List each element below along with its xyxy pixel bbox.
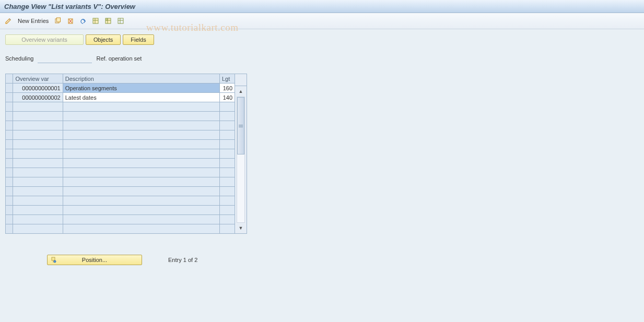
row-selector[interactable] — [6, 177, 13, 187]
cell-overview-var[interactable] — [13, 206, 63, 215]
cell-lgt[interactable] — [219, 140, 235, 149]
table-row[interactable] — [6, 102, 235, 112]
table-row[interactable] — [6, 177, 235, 187]
scroll-down-icon[interactable]: ▼ — [237, 224, 245, 232]
row-selector[interactable] — [6, 224, 13, 234]
cell-lgt[interactable]: 140 — [219, 93, 235, 102]
table-row[interactable] — [6, 224, 235, 234]
row-selector[interactable] — [6, 84, 13, 93]
cell-description[interactable] — [63, 112, 219, 121]
grid-corner-cell[interactable] — [6, 74, 13, 84]
overview-grid[interactable]: Overview var Description Lgt 00000000000… — [5, 74, 235, 234]
cell-overview-var[interactable] — [13, 168, 63, 177]
cell-lgt[interactable] — [219, 177, 235, 187]
cell-lgt[interactable] — [219, 196, 235, 206]
cell-lgt[interactable] — [219, 168, 235, 177]
table-row[interactable] — [6, 159, 235, 168]
cell-overview-var[interactable] — [13, 196, 63, 206]
col-description[interactable]: Description — [63, 74, 219, 84]
cell-overview-var[interactable] — [13, 112, 63, 121]
new-entries-button[interactable]: New Entries — [16, 16, 51, 26]
table-row[interactable] — [6, 112, 235, 121]
row-selector[interactable] — [6, 187, 13, 196]
cell-description[interactable] — [63, 177, 219, 187]
cell-lgt[interactable] — [219, 159, 235, 168]
cell-lgt[interactable] — [219, 215, 235, 224]
edit-icon[interactable] — [3, 16, 14, 26]
select-block-icon[interactable] — [103, 16, 113, 26]
deselect-all-icon[interactable] — [115, 16, 126, 26]
delete-icon[interactable] — [65, 16, 76, 26]
cell-lgt[interactable] — [219, 149, 235, 159]
row-selector[interactable] — [6, 215, 13, 224]
table-row[interactable] — [6, 187, 235, 196]
cell-lgt[interactable] — [219, 224, 235, 234]
table-row[interactable] — [6, 215, 235, 224]
undo-icon[interactable] — [78, 16, 88, 26]
row-selector[interactable] — [6, 206, 13, 215]
cell-overview-var[interactable] — [13, 215, 63, 224]
cell-overview-var[interactable] — [13, 121, 63, 130]
cell-overview-var[interactable] — [13, 102, 63, 112]
cell-description[interactable] — [63, 149, 219, 159]
cell-overview-var[interactable] — [13, 224, 63, 234]
tab-objects[interactable]: Objects — [86, 34, 121, 45]
cell-description[interactable] — [63, 168, 219, 177]
cell-description[interactable]: Operation segments — [63, 84, 219, 93]
cell-lgt[interactable] — [219, 206, 235, 215]
cell-description[interactable] — [63, 187, 219, 196]
cell-overview-var[interactable]: 000000000002 — [13, 93, 63, 102]
cell-overview-var[interactable] — [13, 130, 63, 140]
row-selector[interactable] — [6, 112, 13, 121]
cell-description[interactable] — [63, 130, 219, 140]
row-selector[interactable] — [6, 159, 13, 168]
cell-lgt[interactable] — [219, 187, 235, 196]
table-row[interactable] — [6, 206, 235, 215]
cell-overview-var[interactable] — [13, 140, 63, 149]
table-row[interactable] — [6, 121, 235, 130]
cell-lgt[interactable] — [219, 121, 235, 130]
table-row[interactable]: 000000000001Operation segments160 — [6, 84, 235, 93]
cell-lgt[interactable] — [219, 112, 235, 121]
position-button[interactable]: Position... — [47, 255, 142, 265]
table-row[interactable] — [6, 149, 235, 159]
table-row[interactable] — [6, 168, 235, 177]
cell-lgt[interactable] — [219, 102, 235, 112]
cell-lgt[interactable]: 160 — [219, 84, 235, 93]
cell-overview-var[interactable] — [13, 149, 63, 159]
table-row[interactable] — [6, 140, 235, 149]
scroll-thumb[interactable] — [237, 97, 244, 154]
row-selector[interactable] — [6, 196, 13, 206]
scroll-up-icon[interactable]: ▲ — [237, 87, 245, 96]
cell-description[interactable] — [63, 196, 219, 206]
cell-description[interactable] — [63, 224, 219, 234]
row-selector[interactable] — [6, 121, 13, 130]
row-selector[interactable] — [6, 149, 13, 159]
cell-description[interactable] — [63, 215, 219, 224]
col-lgt[interactable]: Lgt — [219, 74, 235, 84]
cell-lgt[interactable] — [219, 130, 235, 140]
table-row[interactable] — [6, 130, 235, 140]
scroll-track[interactable] — [237, 97, 245, 223]
row-selector[interactable] — [6, 130, 13, 140]
cell-description[interactable] — [63, 102, 219, 112]
copy-icon[interactable] — [53, 16, 63, 26]
scheduling-input[interactable] — [38, 53, 92, 63]
row-selector[interactable] — [6, 102, 13, 112]
cell-description[interactable] — [63, 140, 219, 149]
cell-overview-var[interactable] — [13, 159, 63, 168]
cell-overview-var[interactable] — [13, 177, 63, 187]
select-all-icon[interactable] — [90, 16, 101, 26]
cell-description[interactable] — [63, 121, 219, 130]
cell-description[interactable]: Latest dates — [63, 93, 219, 102]
cell-description[interactable] — [63, 159, 219, 168]
cell-overview-var[interactable]: 000000000001 — [13, 84, 63, 93]
cell-description[interactable] — [63, 206, 219, 215]
row-selector[interactable] — [6, 93, 13, 102]
tab-fields[interactable]: Fields — [123, 34, 154, 45]
table-row[interactable]: 000000000002Latest dates140 — [6, 93, 235, 102]
row-selector[interactable] — [6, 140, 13, 149]
cell-overview-var[interactable] — [13, 187, 63, 196]
row-selector[interactable] — [6, 168, 13, 177]
vertical-scrollbar[interactable]: ▲ ▼ — [235, 74, 247, 234]
